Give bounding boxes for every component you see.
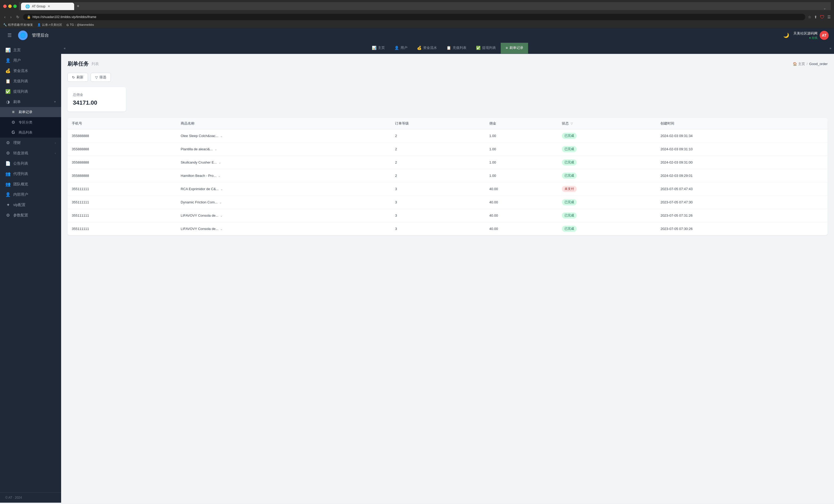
cell-created-at: 2024-02-03 09:31:00 (656, 156, 828, 169)
bookmark-button[interactable]: ☆ (808, 15, 811, 19)
cell-order-level: 3 (391, 182, 485, 196)
col-commission: 佣金 (485, 118, 557, 129)
cell-commission: 40.00 (485, 209, 557, 222)
sidebar-item-brush-records[interactable]: ≡ 刷单记录 (0, 107, 61, 117)
sidebar-item-turntable[interactable]: ⚙ 转盘游戏 ‹ (0, 148, 61, 158)
tabs-scroll-right-button[interactable]: » (827, 46, 834, 50)
sidebar-item-vip-config[interactable]: ✦ vip配置 (0, 200, 61, 210)
product-expand-icon[interactable]: ⌄ (219, 201, 222, 204)
tab-recharge[interactable]: 📋 充值列表 (442, 43, 471, 54)
cell-status: 已完成 (557, 209, 656, 222)
sidebar-footer-text: © AT · 2024 (5, 496, 22, 500)
minimize-button[interactable] (8, 4, 12, 8)
cell-phone: 355111111 (67, 196, 176, 209)
sidebar-label-special-category: 专区分类 (19, 120, 56, 125)
sidebar-item-team[interactable]: 👥 团队概览 (0, 179, 61, 189)
tab-fund-icon: 💰 (417, 46, 421, 50)
announcements-icon: 📄 (5, 161, 10, 166)
product-name: LIFAVOVY Consola de... (181, 227, 218, 231)
tabs-scroll-left-button[interactable]: « (61, 46, 68, 50)
sidebar-label-brush-records: 刷单记录 (19, 110, 56, 114)
params-config-icon: ⚙ (5, 213, 10, 218)
sidebar-item-product-list[interactable]: G 商品列表 (0, 128, 61, 138)
sidebar-label-internal-users: 内部用户 (13, 192, 56, 197)
status-filter-icon[interactable]: ▽ (571, 122, 573, 125)
sidebar-item-users[interactable]: 👤 用户 (0, 55, 61, 66)
sidebar-item-fund-flow[interactable]: 💰 资金流水 (0, 66, 61, 76)
product-expand-icon[interactable]: ⌄ (218, 161, 221, 164)
menu-button[interactable]: ☰ (827, 15, 831, 19)
share-button[interactable]: ⬆ (814, 15, 817, 19)
sidebar-nav: 📊 主页 👤 用户 💰 资金流水 📋 充值列表 ✅ 提现列表 (0, 43, 61, 492)
product-expand-icon[interactable]: ⌄ (220, 214, 223, 217)
col-product: 商品名称 (176, 118, 391, 129)
refresh-button[interactable]: ↻ 刷新 (67, 73, 88, 82)
sidebar-item-internal-users[interactable]: 👤 内部用户 (0, 189, 61, 200)
app-header-left: ☰ 🌐 管理后台 (5, 30, 49, 40)
tab-fund-flow[interactable]: 💰 资金流水 (412, 43, 442, 54)
cell-product: LIFAVOVY Consola de... ⌄ (176, 222, 391, 235)
bookmark-community[interactable]: 👤 认准->天美社区 (37, 23, 62, 27)
withdraw-icon: ✅ (5, 89, 10, 94)
product-expand-icon[interactable]: ⌄ (220, 227, 223, 231)
tab-withdraw-icon: ✅ (476, 46, 481, 50)
close-button[interactable] (3, 4, 7, 8)
maximize-button[interactable] (13, 4, 17, 8)
tab-close-button[interactable]: ✕ (48, 4, 50, 8)
browser-bookmarks-bar: 🔧 程序搭建/开发/修复 👤 认准->天美社区 G TG：@tianmeibbs (0, 22, 834, 28)
theme-toggle-button[interactable]: 🌙 (783, 32, 789, 38)
breadcrumb: 🏠 主页 / Good_order (793, 62, 828, 66)
sidebar-item-special-category[interactable]: ⚙ 专区分类 (0, 117, 61, 128)
cell-phone: 355888888 (67, 129, 176, 143)
refresh-label: 刷新 (76, 75, 84, 80)
extension-button[interactable]: 🛡 (820, 14, 825, 20)
sidebar-item-home[interactable]: 📊 主页 (0, 45, 61, 55)
sidebar-item-finance[interactable]: ⚙ 理财 ‹ (0, 138, 61, 148)
tab-users[interactable]: 👤 用户 (390, 43, 412, 54)
tab-withdraw[interactable]: ✅ 提现列表 (471, 43, 501, 54)
browser-chevron-down[interactable]: ⌄ (824, 6, 826, 10)
cell-commission: 40.00 (485, 222, 557, 235)
cell-status: 已完成 (557, 222, 656, 235)
filter-button[interactable]: ▽ 筛选 (91, 73, 111, 82)
sidebar-item-agents[interactable]: 👥 代理列表 (0, 168, 61, 179)
cell-product: Plantilla de aleaci&... ⌄ (176, 143, 391, 156)
sidebar-item-params-config[interactable]: ⚙ 参数配置 (0, 210, 61, 221)
tab-brush-records[interactable]: ≡ 刷单记录 (501, 43, 528, 54)
sidebar-item-announcements[interactable]: 📄 公告列表 (0, 158, 61, 168)
bookmark-dev[interactable]: 🔧 程序搭建/开发/修复 (3, 23, 33, 27)
bookmark-tg[interactable]: G TG：@tianmeibbs (66, 23, 94, 27)
cell-created-at: 2024-02-03 09:29:01 (656, 169, 828, 182)
forward-button[interactable]: › (9, 14, 13, 20)
sidebar-item-recharge[interactable]: 📋 充值列表 (0, 76, 61, 86)
main-layout: 📊 主页 👤 用户 💰 资金流水 📋 充值列表 ✅ 提现列表 (0, 43, 834, 503)
reload-button[interactable]: ↻ (15, 14, 20, 20)
cell-order-level: 2 (391, 169, 485, 182)
tab-home[interactable]: 📊 主页 (367, 43, 390, 54)
stats-value: 34171.00 (73, 99, 120, 106)
team-icon: 👥 (5, 182, 10, 187)
back-button[interactable]: ‹ (3, 14, 7, 20)
col-created-at: 创建时间 (656, 118, 828, 129)
product-expand-icon[interactable]: ⌄ (220, 134, 223, 138)
sidebar-toggle-button[interactable]: ☰ (5, 31, 14, 39)
product-expand-icon[interactable]: ⌄ (215, 147, 217, 151)
sidebar-item-brush[interactable]: ◑ 刷单 ▾ (0, 97, 61, 107)
user-avatar: AT (820, 31, 829, 40)
new-tab-button[interactable]: + (74, 2, 82, 10)
address-bar[interactable]: 🔒 https://shuadan102.timibbs.vip/timibbs… (23, 14, 805, 20)
browser-active-tab[interactable]: 🌐 AT Group ✕ (21, 3, 74, 10)
sidebar-item-withdraw[interactable]: ✅ 提现列表 (0, 86, 61, 97)
product-name: Plantilla de aleaci&... (181, 147, 213, 151)
brush-arrow-icon: ▾ (54, 100, 56, 104)
tab-users-icon: 👤 (394, 46, 399, 50)
breadcrumb-separator: / (807, 62, 808, 66)
breadcrumb-home-label: 主页 (798, 62, 805, 66)
product-expand-icon[interactable]: ⌄ (220, 187, 223, 191)
sidebar-label-users: 用户 (13, 58, 56, 63)
cell-created-at: 2023-07-05 07:47:43 (656, 182, 828, 196)
product-expand-icon[interactable]: ⌄ (218, 174, 221, 178)
breadcrumb-home-link[interactable]: 🏠 主页 (793, 62, 805, 66)
cell-status: 未支付 (557, 182, 656, 196)
cell-created-at: 2023-07-05 07:47:30 (656, 196, 828, 209)
